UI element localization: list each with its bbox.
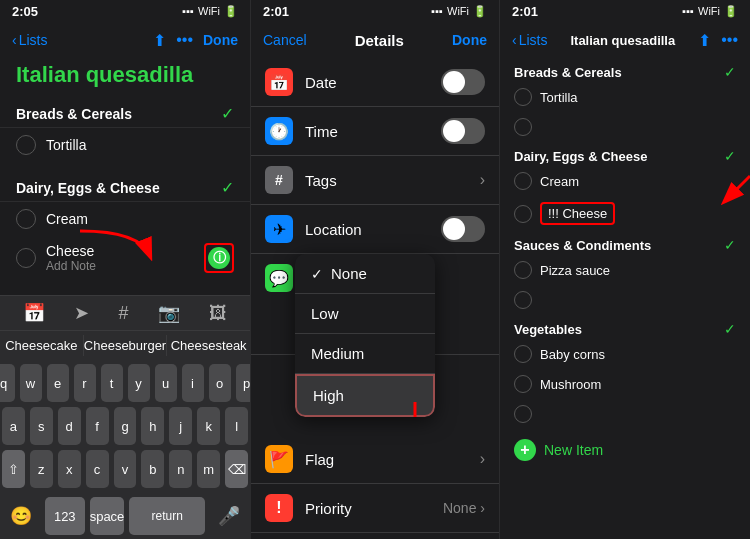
r-empty-circle-2[interactable] bbox=[514, 291, 532, 309]
r-tortilla-circle[interactable] bbox=[514, 88, 532, 106]
more-icon-r[interactable]: ••• bbox=[721, 31, 738, 49]
key-v[interactable]: v bbox=[114, 450, 137, 488]
key-b[interactable]: b bbox=[141, 450, 164, 488]
location-toggle[interactable] bbox=[441, 216, 485, 242]
new-item-text: New Item bbox=[544, 442, 603, 458]
kb-tool-hash[interactable]: # bbox=[118, 303, 128, 324]
r-baby-circle[interactable] bbox=[514, 345, 532, 363]
key-j[interactable]: j bbox=[169, 407, 192, 445]
item-cream: Cream bbox=[0, 202, 250, 236]
r-pizza-circle[interactable] bbox=[514, 261, 532, 279]
cheese-circle[interactable] bbox=[16, 248, 36, 268]
status-bar-middle: 2:01 ▪▪▪ WiFi 🔋 bbox=[251, 0, 499, 22]
high-label: High bbox=[313, 387, 344, 404]
row-priority: ! Priority None › bbox=[251, 484, 499, 533]
r-mushroom-circle[interactable] bbox=[514, 375, 532, 393]
key-m[interactable]: m bbox=[197, 450, 220, 488]
key-r[interactable]: r bbox=[74, 364, 96, 402]
r-sauces-check: ✓ bbox=[724, 237, 736, 253]
date-toggle[interactable] bbox=[441, 69, 485, 95]
key-y[interactable]: y bbox=[128, 364, 150, 402]
row-date: 📅 Date bbox=[251, 58, 499, 107]
section-dairy-check: ✓ bbox=[221, 178, 234, 197]
share-icon-r[interactable]: ⬆ bbox=[698, 31, 711, 50]
key-delete[interactable]: ⌫ bbox=[225, 450, 248, 488]
key-d[interactable]: d bbox=[58, 407, 81, 445]
key-h[interactable]: h bbox=[141, 407, 164, 445]
key-a[interactable]: a bbox=[2, 407, 25, 445]
key-o[interactable]: o bbox=[209, 364, 231, 402]
autocomplete-3[interactable]: Cheesesteak bbox=[167, 335, 250, 356]
time-toggle[interactable] bbox=[441, 118, 485, 144]
cream-circle[interactable] bbox=[16, 209, 36, 229]
battery-icon-r: 🔋 bbox=[724, 5, 738, 18]
nav-bar-left: ‹ Lists ⬆ ••• Done bbox=[0, 22, 250, 58]
key-space[interactable]: space bbox=[90, 497, 125, 535]
r-cream-text: Cream bbox=[540, 174, 579, 189]
key-g[interactable]: g bbox=[114, 407, 137, 445]
section-dairy: Dairy, Eggs & Cheese ✓ bbox=[0, 170, 250, 202]
r-cheese-circle[interactable] bbox=[514, 205, 532, 223]
key-p[interactable]: p bbox=[236, 364, 251, 402]
key-123[interactable]: 123 bbox=[45, 497, 85, 535]
r-item-baby-corns: Baby corns bbox=[500, 339, 750, 369]
priority-none[interactable]: ✓ None bbox=[295, 254, 435, 294]
autocomplete-1[interactable]: Cheesecake bbox=[0, 335, 84, 356]
key-s[interactable]: s bbox=[30, 407, 53, 445]
more-icon[interactable]: ••• bbox=[176, 31, 193, 49]
wifi-icon: WiFi bbox=[198, 5, 220, 17]
key-n[interactable]: n bbox=[169, 450, 192, 488]
key-f[interactable]: f bbox=[86, 407, 109, 445]
keyboard-rows: q w e r t y u i o p a s d f g h j k l bbox=[0, 360, 250, 497]
share-icon[interactable]: ⬆ bbox=[153, 31, 166, 50]
key-z[interactable]: z bbox=[30, 450, 53, 488]
status-time-middle: 2:01 bbox=[263, 4, 289, 19]
r-cream-circle[interactable] bbox=[514, 172, 532, 190]
cheese-note: Add Note bbox=[46, 259, 194, 273]
key-l[interactable]: l bbox=[225, 407, 248, 445]
cancel-button[interactable]: Cancel bbox=[263, 32, 307, 48]
done-button-left[interactable]: Done bbox=[203, 32, 238, 48]
keyboard-bottom: 😊 123 space return 🎤 bbox=[0, 497, 250, 539]
battery-icon: 🔋 bbox=[224, 5, 238, 18]
tortilla-circle[interactable] bbox=[16, 135, 36, 155]
key-k[interactable]: k bbox=[197, 407, 220, 445]
key-w[interactable]: w bbox=[20, 364, 42, 402]
new-item-button[interactable]: + New Item bbox=[500, 429, 750, 471]
key-x[interactable]: x bbox=[58, 450, 81, 488]
cheese-text: Cheese bbox=[46, 243, 194, 259]
kb-tool-image[interactable]: 🖼 bbox=[209, 303, 227, 324]
key-q[interactable]: q bbox=[0, 364, 15, 402]
kb-tool-camera[interactable]: 📷 bbox=[158, 302, 180, 324]
key-t[interactable]: t bbox=[101, 364, 123, 402]
r-section-vegetables: Vegetables ✓ bbox=[500, 315, 750, 339]
chevron-left-icon: ‹ bbox=[12, 32, 17, 48]
kb-tool-calendar[interactable]: 📅 bbox=[23, 302, 45, 324]
key-shift[interactable]: ⇧ bbox=[2, 450, 25, 488]
signal-icon-m: ▪▪▪ bbox=[431, 5, 443, 17]
done-button-middle[interactable]: Done bbox=[452, 32, 487, 48]
key-i[interactable]: i bbox=[182, 364, 204, 402]
emoji-button[interactable]: 😊 bbox=[2, 497, 40, 535]
priority-medium[interactable]: Medium bbox=[295, 334, 435, 374]
back-button-left[interactable]: ‹ Lists bbox=[12, 32, 47, 48]
right-panel: 2:01 ▪▪▪ WiFi 🔋 ‹ Lists Italian quesadil… bbox=[500, 0, 750, 539]
kb-tool-location[interactable]: ➤ bbox=[74, 302, 89, 324]
key-return[interactable]: return bbox=[129, 497, 205, 535]
priority-value: None › bbox=[443, 500, 485, 516]
back-button-right[interactable]: ‹ Lists bbox=[512, 32, 547, 48]
key-c[interactable]: c bbox=[86, 450, 109, 488]
key-u[interactable]: u bbox=[155, 364, 177, 402]
flag-icon: 🚩 bbox=[265, 445, 293, 473]
when-row-inner: 💬 When ✓ None Low Medium High bbox=[265, 264, 485, 292]
r-empty-circle-3[interactable] bbox=[514, 405, 532, 423]
r-empty-circle-1[interactable] bbox=[514, 118, 532, 136]
key-e[interactable]: e bbox=[47, 364, 69, 402]
autocomplete-2[interactable]: Cheeseburger bbox=[84, 335, 168, 356]
mic-button[interactable]: 🎤 bbox=[210, 497, 248, 535]
row-list: ≡ List Italian quesadilla › bbox=[251, 533, 499, 539]
row-flag: 🚩 Flag › bbox=[251, 435, 499, 484]
info-icon[interactable]: ⓘ bbox=[208, 247, 230, 269]
priority-low[interactable]: Low bbox=[295, 294, 435, 334]
priority-high[interactable]: High bbox=[295, 374, 435, 417]
